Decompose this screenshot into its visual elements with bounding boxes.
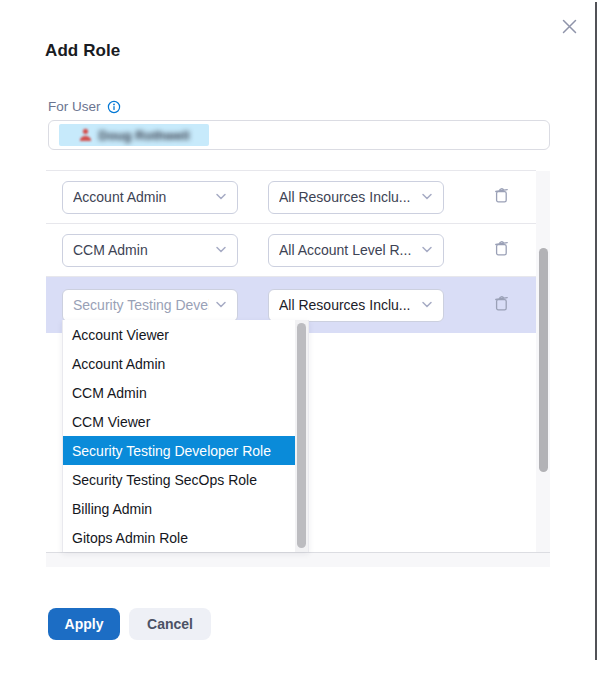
role-select-open[interactable]: Security Testing Devel [62,289,238,322]
scrollbar-thumb[interactable] [297,323,306,548]
resource-select[interactable]: All Resources Inclu... [268,289,444,322]
dropdown-scrollbar[interactable] [295,320,308,552]
user-name: Doug Rothwell [99,128,190,143]
close-x-icon [560,24,579,39]
chevron-down-icon [215,193,227,201]
chevron-down-icon [215,301,227,309]
chevron-down-icon [215,246,227,254]
window-edge-line [595,2,597,660]
chevron-down-icon [421,246,433,254]
trash-icon [493,294,510,316]
dropdown-option-selected[interactable]: Security Testing Developer Role [63,436,297,465]
role-select[interactable]: Account Admin [62,181,238,214]
info-circle-icon[interactable] [107,100,121,114]
for-user-label: For User [48,99,121,114]
page-title: Add Role [45,41,120,61]
delete-row-button[interactable] [490,239,512,261]
role-options-dropdown: Account Viewer Account Admin CCM Admin C… [62,320,309,552]
cancel-button[interactable]: Cancel [129,608,211,640]
chevron-down-icon [421,193,433,201]
scrollbar-thumb[interactable] [539,248,548,472]
delete-row-button[interactable] [490,294,512,316]
role-select[interactable]: CCM Admin [62,234,238,267]
role-row: CCM Admin All Account Level R... [46,224,536,277]
chevron-down-icon [421,301,433,309]
dropdown-option[interactable]: CCM Viewer [63,407,297,436]
roles-vertical-scrollbar[interactable] [536,171,550,552]
role-row: Account Admin All Resources Inclu... [46,171,536,224]
close-button[interactable] [558,17,580,39]
dropdown-option[interactable]: Account Viewer [63,320,297,349]
dropdown-option[interactable]: Billing Admin [63,494,297,523]
delete-row-button[interactable] [490,186,512,208]
dropdown-option[interactable]: Account Admin [63,349,297,378]
user-avatar-icon [79,128,92,142]
trash-icon [493,186,510,208]
dropdown-option[interactable]: CCM Admin [63,378,297,407]
user-chip: Doug Rothwell [59,124,209,146]
roles-horizontal-scrollbar[interactable] [46,552,550,567]
user-field[interactable]: Doug Rothwell [48,120,550,150]
apply-button[interactable]: Apply [48,608,120,640]
dropdown-option[interactable]: Gitops Admin Role [63,523,297,552]
trash-icon [493,239,510,261]
dropdown-option[interactable]: Security Testing SecOps Role [63,465,297,494]
resource-select[interactable]: All Resources Inclu... [268,181,444,214]
modal-footer: Apply Cancel [48,608,211,640]
resource-select[interactable]: All Account Level R... [268,234,444,267]
